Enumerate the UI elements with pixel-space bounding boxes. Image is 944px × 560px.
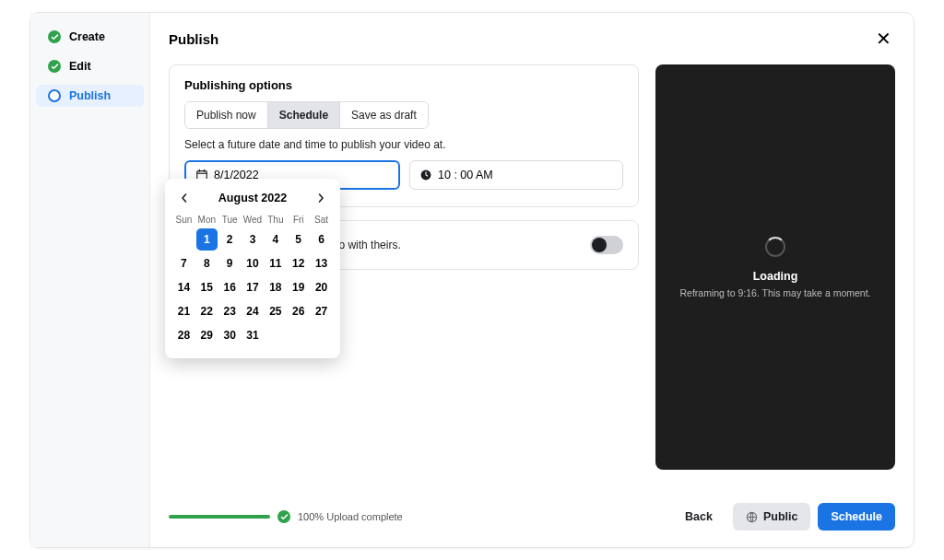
chevron-left-icon [180,193,189,203]
calendar-day[interactable]: 23 [219,300,241,322]
globe-icon [746,511,758,523]
calendar-day[interactable]: 13 [311,252,332,274]
check-icon [47,29,62,44]
calendar-day[interactable]: 26 [288,300,309,322]
loading-sub: Reframing to 9:16. This may take a momen… [680,287,871,298]
calendar-day[interactable]: 10 [242,252,264,274]
dow-label: Fri [287,212,310,228]
calendar-day[interactable]: 6 [311,228,332,251]
chevron-right-icon [316,193,325,203]
calendar-day[interactable]: 12 [288,252,309,274]
calendar-day[interactable]: 11 [265,252,286,274]
page-title: Publish [169,31,218,47]
check-icon [47,59,62,74]
step-edit[interactable]: Edit [36,55,144,77]
calendar-day[interactable]: 20 [311,276,332,298]
calendar-day[interactable]: 5 [288,228,309,251]
dow-label: Sun [172,212,195,228]
time-field[interactable] [409,160,623,190]
tab-schedule[interactable]: Schedule [267,102,339,128]
calendar-day[interactable]: 17 [242,276,264,298]
calendar-day[interactable]: 4 [265,228,286,251]
publish-mode-segment: Publish now Schedule Save as draft [184,101,429,129]
visibility-label: Public [763,510,798,523]
circle-icon [47,88,62,103]
calendar-day[interactable]: 31 [242,324,264,346]
schedule-button[interactable]: Schedule [818,503,895,531]
clock-icon [419,169,432,181]
dow-label: Thu [264,212,287,228]
step-publish[interactable]: Publish [36,85,144,107]
calendar-day[interactable]: 27 [311,300,332,322]
calendar-day[interactable]: 22 [196,300,218,322]
prev-month-button[interactable] [176,190,193,206]
calendar-day[interactable]: 8 [196,252,218,274]
calendar-day[interactable]: 2 [219,228,241,251]
calendar-day[interactable]: 19 [288,276,309,298]
upload-text: 100% Upload complete [298,511,403,522]
calendar-day[interactable]: 29 [196,324,218,346]
tab-publish-now[interactable]: Publish now [185,102,267,128]
upload-status: 100% Upload complete [169,510,403,523]
calendar-day[interactable]: 30 [219,324,241,346]
video-preview: Loading Reframing to 9:16. This may take… [655,64,895,470]
upload-progress-bar [169,515,270,519]
visibility-button[interactable]: Public [733,503,811,531]
calendar-day[interactable]: 15 [196,276,218,298]
loading-title: Loading [753,270,798,283]
time-input[interactable] [438,169,613,181]
calendar-day[interactable]: 1 [196,228,218,251]
calendar-day[interactable]: 16 [219,276,241,298]
calendar-day[interactable]: 7 [173,252,195,274]
calendar-month-label: August 2022 [218,192,287,204]
calendar-day[interactable]: 21 [173,300,195,322]
step-label: Edit [69,60,91,73]
calendar-day[interactable]: 25 [265,300,286,322]
close-icon[interactable]: ✕ [872,26,895,52]
card-title: Publishing options [184,78,623,92]
tab-save-draft[interactable]: Save as draft [339,102,428,128]
step-label: Publish [69,89,111,102]
step-label: Create [69,30,105,43]
calendar-day[interactable]: 14 [173,276,195,298]
date-picker: August 2022 SunMonTueWedThuFriSat 123456… [165,179,340,358]
toggle-knob [592,238,607,252]
calendar-day[interactable]: 24 [242,300,264,322]
calendar-day[interactable]: 3 [242,228,264,251]
calendar-day[interactable]: 18 [265,276,286,298]
spinner-icon [765,237,785,257]
calendar-day[interactable]: 28 [173,324,195,346]
dow-label: Mon [195,212,218,228]
step-create[interactable]: Create [36,26,144,48]
dow-label: Sat [310,212,333,228]
dow-label: Wed [242,212,265,228]
schedule-hint: Select a future date and time to publish… [184,138,623,151]
back-button[interactable]: Back [672,503,726,531]
check-icon [277,510,290,523]
next-month-button[interactable] [313,190,329,206]
calendar-day[interactable]: 9 [219,252,241,274]
dow-label: Tue [218,212,242,228]
sidebar: Create Edit Publish [30,13,150,547]
remix-toggle[interactable] [590,236,623,254]
